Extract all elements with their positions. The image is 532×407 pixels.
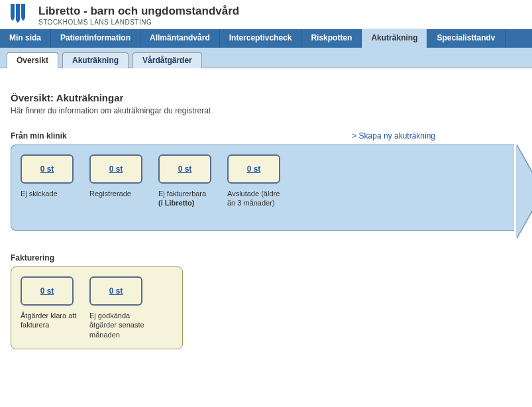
- sub-tabs: Översikt Akuträkning Vårdåtgärder: [0, 48, 532, 68]
- billing-box: 0 st Åtgärder klara att fakturera 0 st E…: [11, 266, 183, 349]
- card-registrerade: 0 st Registrerade: [89, 154, 149, 198]
- count-atgarder-klara[interactable]: 0 st: [21, 276, 74, 306]
- count-ej-fakturerbara[interactable]: 0 st: [158, 154, 211, 184]
- label-registrerade: Registrerade: [89, 189, 131, 198]
- create-akutrakning-link[interactable]: > Skapa ny akuträkning: [352, 131, 521, 141]
- card-atgarder-klara: 0 st Åtgärder klara att fakturera: [21, 276, 80, 339]
- label-ej-godkanda: Ej godkända åtgärder senaste månaden: [89, 311, 149, 339]
- label-ej-skickade: Ej skickade: [21, 189, 58, 198]
- svg-rect-1: [16, 4, 20, 20]
- page-content: Översikt: Akuträkningar Här finner du in…: [0, 68, 532, 369]
- tab-oversikt[interactable]: Översikt: [7, 52, 58, 68]
- page-subtitle: Här finner du information om akuträkning…: [11, 106, 521, 115]
- nav-specialisttandv[interactable]: Specialisttandv: [427, 29, 505, 48]
- card-ej-fakturerbara: 0 st Ej fakturerbara (i Libretto): [158, 154, 218, 208]
- svg-rect-0: [11, 4, 15, 17]
- nav-interceptivcheck[interactable]: Interceptivcheck: [220, 29, 302, 48]
- nav-patientinformation[interactable]: Patientinformation: [51, 29, 140, 48]
- count-avslutade[interactable]: 0 st: [227, 154, 280, 184]
- count-ej-skickade[interactable]: 0 st: [21, 154, 74, 184]
- label-avslutade: Avslutade (äldre än 3 månader): [227, 189, 287, 208]
- main-nav: Min sida Patientinformation Allmäntandvå…: [0, 29, 532, 48]
- tab-akutrakning[interactable]: Akuträkning: [62, 52, 129, 68]
- nav-akutrakning[interactable]: Akuträkning: [362, 29, 427, 48]
- label-atgarder-klara: Åtgärder klara att fakturera: [21, 311, 80, 330]
- app-header: Libretto - barn och ungdomstandvård STOC…: [0, 0, 532, 29]
- app-subtitle: STOCKHOLMS LÄNS LANDSTING: [38, 19, 239, 26]
- label-ej-fakturerbara: Ej fakturerbara (i Libretto): [158, 189, 206, 208]
- card-ej-godkanda: 0 st Ej godkända åtgärder senaste månade…: [89, 276, 149, 339]
- clinic-section-label: Från min klinik: [11, 131, 67, 141]
- page-title: Översikt: Akuträkningar: [11, 92, 521, 103]
- tab-vardatgarder[interactable]: Vårdåtgärder: [133, 52, 202, 68]
- count-registrerade[interactable]: 0 st: [89, 154, 142, 184]
- card-ej-skickade: 0 st Ej skickade: [21, 154, 80, 198]
- clinic-flow: 0 st Ej skickade 0 st Registrerade 0 st …: [11, 145, 521, 231]
- app-title: Libretto - barn och ungdomstandvård: [38, 5, 239, 18]
- svg-rect-2: [21, 4, 25, 17]
- logo-icon: [9, 4, 32, 26]
- billing-section-label: Fakturering: [11, 253, 54, 262]
- nav-allmantandvard[interactable]: Allmäntandvård: [140, 29, 220, 48]
- nav-min-sida[interactable]: Min sida: [0, 29, 51, 48]
- count-ej-godkanda[interactable]: 0 st: [89, 276, 142, 306]
- nav-riskpotten[interactable]: Riskpotten: [301, 29, 362, 48]
- card-avslutade: 0 st Avslutade (äldre än 3 månader): [227, 154, 287, 208]
